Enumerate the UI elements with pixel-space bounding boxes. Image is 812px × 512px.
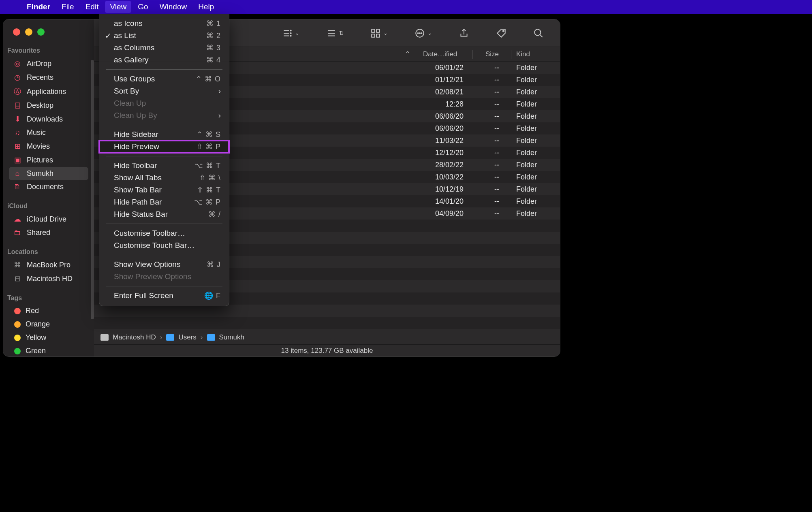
search-button[interactable] [533, 28, 544, 38]
svg-rect-5 [372, 34, 375, 37]
sidebar-item-recents[interactable]: ◷Recents [9, 70, 88, 84]
menu-item-as-icons[interactable]: as Icons⌘ 1 [99, 17, 229, 30]
menu-item-hide-status-bar[interactable]: Hide Status Bar⌘ / [99, 208, 229, 220]
menu-separator [106, 125, 222, 125]
path-segment[interactable]: Users [178, 333, 196, 341]
sidebar-header: Favourites [3, 44, 94, 57]
cell-size: -- [473, 88, 511, 96]
menu-separator [106, 224, 222, 224]
menubar-item-window[interactable]: Window [155, 1, 192, 13]
menu-item-enter-full-screen[interactable]: Enter Full Screen🌐 F [99, 290, 229, 302]
menu-item-use-groups[interactable]: Use Groups⌃ ⌘ O [99, 73, 229, 85]
menu-item-hide-toolbar[interactable]: Hide Toolbar⌥ ⌘ T [99, 160, 229, 172]
menu-item-hide-preview[interactable]: Hide Preview⇧ ⌘ P [99, 141, 229, 153]
sidebar-item-green[interactable]: Green [9, 344, 88, 356]
sidebar-item-macbook-pro[interactable]: ⌘MacBook Pro [9, 258, 88, 272]
sidebar-item-icloud-drive[interactable]: ☁iCloud Drive [9, 212, 88, 226]
menubar-item-view[interactable]: View [105, 1, 131, 13]
minimize-button[interactable] [25, 28, 32, 36]
table-row-empty [94, 305, 560, 317]
menu-shortcut: ⌘ 1 [206, 19, 221, 28]
cell-date: 10/12/19 [419, 185, 473, 194]
more-button[interactable]: ⌄ [415, 28, 432, 38]
sidebar-item-music[interactable]: ♫Music [9, 126, 88, 139]
cell-date: 12:28 [419, 100, 473, 109]
view-button[interactable]: ⇅ [326, 28, 344, 38]
sidebar-item-airdrop[interactable]: ◎AirDrop [9, 57, 88, 70]
sidebar-item-label: Music [27, 128, 46, 137]
tags-button[interactable] [496, 28, 506, 38]
column-size[interactable]: Size [473, 50, 511, 58]
menubar-item-go[interactable]: Go [133, 1, 153, 13]
menu-shortcut: ⌃ ⌘ O [196, 75, 221, 83]
cell-kind: Folder [511, 112, 560, 121]
menu-item-customise-touch-bar-[interactable]: Customise Touch Bar… [99, 239, 229, 252]
sidebar-item-label: Recents [27, 73, 53, 82]
cell-size: -- [473, 64, 511, 72]
menubar-item-file[interactable]: File [57, 1, 79, 13]
sidebar-item-desktop[interactable]: ⌸Desktop [9, 99, 88, 112]
clock-icon: ◷ [13, 73, 22, 82]
menu-item-label: Sort By [114, 87, 139, 96]
cell-kind: Folder [511, 209, 560, 218]
share-grid-button[interactable]: ⌄ [370, 28, 388, 38]
tag-dot-icon [14, 348, 21, 354]
share-button[interactable] [459, 28, 469, 38]
sidebar-item-macintosh-hd[interactable]: ⊟Macintosh HD [9, 272, 88, 286]
sidebar-item-shared[interactable]: 🗀Shared [9, 226, 88, 239]
sidebar: Favourites◎AirDrop◷RecentsⒶApplications⌸… [3, 19, 94, 356]
svg-point-11 [503, 30, 504, 31]
sidebar-item-orange[interactable]: Orange [9, 318, 88, 331]
folder-icon [166, 334, 174, 341]
sidebar-item-pictures[interactable]: ▣Pictures [9, 153, 88, 167]
chevron-right-icon: › [201, 333, 203, 341]
cell-size: -- [473, 185, 511, 194]
menu-item-label: Hide Preview [114, 142, 159, 151]
cell-kind: Folder [511, 185, 560, 194]
tag-dot-icon [14, 335, 21, 341]
sidebar-item-sumukh[interactable]: ⌂Sumukh [9, 167, 88, 180]
sidebar-item-label: Macintosh HD [27, 275, 73, 283]
cell-kind: Folder [511, 161, 560, 169]
menubar-item-finder[interactable]: Finder [22, 1, 55, 13]
cell-size: -- [473, 197, 511, 206]
sidebar-item-label: Shared [27, 228, 50, 237]
menu-item-show-view-options[interactable]: Show View Options⌘ J [99, 258, 229, 271]
menu-item-clean-up-by: Clean Up By› [99, 109, 229, 122]
sidebar-item-downloads[interactable]: ⬇Downloads [9, 112, 88, 126]
menu-item-show-tab-bar[interactable]: Show Tab Bar⇧ ⌘ T [99, 184, 229, 196]
sidebar-item-label: Movies [27, 142, 50, 151]
sidebar-item-applications[interactable]: ⒶApplications [9, 84, 88, 99]
menubar-item-edit[interactable]: Edit [81, 1, 104, 13]
menu-item-as-gallery[interactable]: as Gallery⌘ 4 [99, 54, 229, 66]
sidebar-scrollbar[interactable] [91, 60, 95, 356]
menu-item-label: as Columns [114, 43, 154, 52]
menu-item-show-all-tabs[interactable]: Show All Tabs⇧ ⌘ \ [99, 172, 229, 184]
sidebar-item-label: Downloads [27, 115, 63, 124]
fullscreen-button[interactable] [37, 28, 45, 36]
menu-item-as-list[interactable]: ✓as List⌘ 2 [99, 30, 229, 42]
menu-item-hide-sidebar[interactable]: Hide Sidebar⌃ ⌘ S [99, 128, 229, 141]
column-date[interactable]: Date…ified [418, 50, 472, 58]
sidebar-item-documents[interactable]: 🗎Documents [9, 180, 88, 194]
menu-item-hide-path-bar[interactable]: Hide Path Bar⌥ ⌘ P [99, 196, 229, 208]
menubar-item-help[interactable]: Help [193, 1, 219, 13]
menu-item-sort-by[interactable]: Sort By› [99, 85, 229, 97]
menu-shortcut: ⇧ ⌘ P [197, 142, 221, 151]
chevron-right-icon: › [160, 333, 162, 341]
sidebar-item-yellow[interactable]: Yellow [9, 331, 88, 344]
cell-date: 06/06/20 [419, 112, 473, 121]
sidebar-item-red[interactable]: Red [9, 304, 88, 318]
close-button[interactable] [13, 28, 20, 36]
sidebar-item-movies[interactable]: ⊞Movies [9, 139, 88, 153]
menu-item-customise-toolbar-[interactable]: Customise Toolbar… [99, 227, 229, 239]
menu-item-as-columns[interactable]: as Columns⌘ 3 [99, 42, 229, 54]
path-segment[interactable]: Sumukh [219, 333, 244, 341]
group-button[interactable]: ⌄ [282, 28, 299, 38]
sidebar-item-label: Yellow [26, 333, 46, 342]
column-kind[interactable]: Kind [511, 50, 560, 58]
path-segment[interactable]: Macintosh HD [113, 333, 156, 341]
sidebar-header: Locations [3, 245, 94, 258]
menu-shortcut: ⌘ 2 [206, 31, 221, 40]
sidebar-item-label: Green [26, 347, 46, 355]
